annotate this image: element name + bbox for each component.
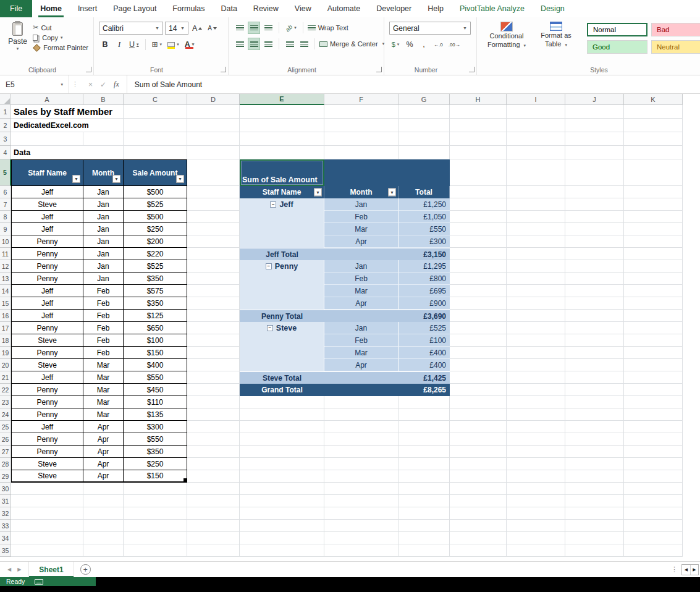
cell-I14[interactable] [507, 285, 565, 297]
cell-B8[interactable]: Jan [83, 211, 124, 223]
font-name-select[interactable]: Calibri ▼ [99, 22, 163, 35]
cell-E13[interactable] [240, 273, 324, 285]
cell-J21[interactable] [565, 371, 624, 384]
row-header-32[interactable]: 32 [0, 507, 11, 520]
decrease-decimal-button[interactable]: .00→ [447, 38, 462, 51]
cell-C32[interactable] [124, 507, 187, 520]
column-header-D[interactable]: D [187, 94, 240, 105]
cell-G3[interactable] [398, 132, 450, 146]
cell-A9[interactable]: Jeff [11, 223, 83, 235]
cell-H32[interactable] [450, 507, 507, 520]
cell-J12[interactable] [565, 260, 624, 273]
cell-F22[interactable] [324, 384, 398, 396]
row-header-19[interactable]: 19 [0, 347, 11, 359]
cell-A24[interactable]: Penny [11, 408, 83, 421]
row-header-29[interactable]: 29 [0, 470, 11, 483]
cell-H22[interactable] [450, 384, 507, 396]
align-bottom-button[interactable] [262, 22, 274, 34]
filter-dropdown-button[interactable]: ▼ [112, 175, 120, 183]
cell-A28[interactable]: Steve [11, 458, 83, 470]
cell-F14[interactable]: Mar [324, 285, 398, 297]
cell-E10[interactable] [240, 235, 324, 248]
cell-G34[interactable] [398, 532, 450, 544]
cell-G28[interactable] [398, 458, 450, 470]
paste-button[interactable]: Paste ▾ [5, 20, 30, 51]
row-header-11[interactable]: 11 [0, 248, 11, 260]
cell-B35[interactable] [83, 544, 124, 557]
cell-G19[interactable]: £400 [398, 347, 450, 359]
accounting-format-button[interactable]: $▾ [389, 38, 402, 51]
cell-F30[interactable] [324, 483, 398, 495]
cell-C9[interactable]: $250 [124, 223, 187, 235]
cell-A27[interactable]: Penny [11, 446, 83, 458]
cell-A1[interactable]: Sales by Staff Member [11, 105, 83, 119]
cell-I34[interactable] [507, 532, 565, 544]
cell-H27[interactable] [450, 446, 507, 458]
cell-J25[interactable] [565, 421, 624, 433]
cell-G7[interactable]: £1,250 [398, 198, 450, 211]
cell-I8[interactable] [507, 211, 565, 223]
cell-D19[interactable] [187, 347, 240, 359]
cell-I22[interactable] [507, 384, 565, 396]
bold-button[interactable]: B [99, 38, 111, 51]
cell-C27[interactable]: $350 [124, 446, 187, 458]
collapse-button[interactable]: − [267, 325, 273, 331]
cell-F19[interactable]: Mar [324, 347, 398, 359]
align-center-button[interactable] [248, 38, 260, 50]
cell-E29[interactable] [240, 470, 324, 483]
row-header-4[interactable]: 4 [0, 146, 11, 159]
cell-J5[interactable] [565, 159, 624, 186]
cell-A4[interactable]: Data [11, 146, 83, 159]
cell-F7[interactable]: Jan [324, 198, 398, 211]
cell-D28[interactable] [187, 458, 240, 470]
cell-G18[interactable]: £100 [398, 334, 450, 347]
cell-F24[interactable] [324, 408, 398, 421]
cell-A29[interactable]: Steve [11, 470, 83, 483]
cell-C31[interactable] [124, 495, 187, 507]
filter-dropdown-button[interactable]: ▼ [72, 175, 80, 183]
cell-C20[interactable]: $400 [124, 359, 187, 371]
cell-B4[interactable] [83, 146, 124, 159]
ribbon-tab-page-layout[interactable]: Page Layout [105, 0, 164, 17]
cell-A23[interactable]: Penny [11, 396, 83, 408]
cell-I27[interactable] [507, 446, 565, 458]
cell-D30[interactable] [187, 483, 240, 495]
cell-E15[interactable] [240, 297, 324, 310]
cell-H4[interactable] [450, 146, 507, 159]
cell-H28[interactable] [450, 458, 507, 470]
cell-E7[interactable]: −Jeff [240, 198, 324, 211]
cell-J17[interactable] [565, 322, 624, 334]
cell-C13[interactable]: $350 [124, 273, 187, 285]
cell-D23[interactable] [187, 396, 240, 408]
cell-K28[interactable] [624, 458, 683, 470]
cell-K27[interactable] [624, 446, 683, 458]
cell-A7[interactable]: Steve [11, 198, 83, 211]
cell-G8[interactable]: £1,050 [398, 211, 450, 223]
cell-G17[interactable]: £525 [398, 322, 450, 334]
cell-E25[interactable] [240, 421, 324, 433]
row-header-5[interactable]: 5 [0, 159, 11, 186]
cell-K8[interactable] [624, 211, 683, 223]
next-sheet-icon[interactable]: ▶ [17, 567, 21, 572]
cell-K5[interactable] [624, 159, 683, 186]
align-top-button[interactable] [234, 22, 246, 34]
row-header-34[interactable]: 34 [0, 532, 11, 544]
cell-C18[interactable]: $100 [124, 334, 187, 347]
cell-I12[interactable] [507, 260, 565, 273]
cell-B25[interactable]: Apr [83, 421, 124, 433]
cell-J8[interactable] [565, 211, 624, 223]
column-header-H[interactable]: H [450, 94, 507, 105]
cell-I6[interactable] [507, 186, 565, 198]
cell-D21[interactable] [187, 371, 240, 384]
row-header-33[interactable]: 33 [0, 520, 11, 532]
row-header-31[interactable]: 31 [0, 495, 11, 507]
cell-F15[interactable]: Apr [324, 297, 398, 310]
cell-I4[interactable] [507, 146, 565, 159]
cell-A13[interactable]: Penny [11, 273, 83, 285]
cell-C33[interactable] [124, 520, 187, 532]
cell-I16[interactable] [507, 310, 565, 322]
cell-F31[interactable] [324, 495, 398, 507]
cell-E11[interactable]: Jeff Total [240, 248, 324, 260]
cell-I2[interactable] [507, 119, 565, 132]
cell-C12[interactable]: $525 [124, 260, 187, 273]
